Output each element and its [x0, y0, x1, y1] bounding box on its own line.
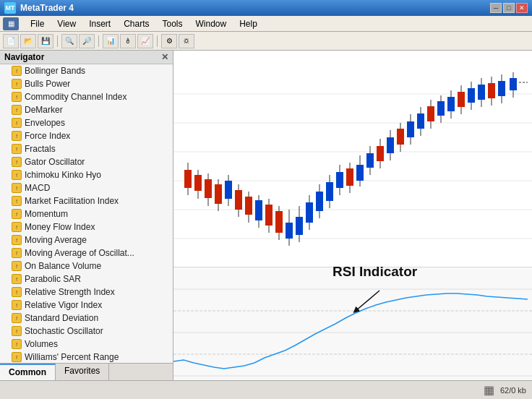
indicator-label: Force Index [25, 131, 70, 141]
indicator-icon: f [12, 66, 22, 76]
svg-rect-68 [488, 83, 495, 98]
nav-item[interactable]: f Bulls Power [0, 77, 173, 90]
svg-rect-58 [437, 101, 445, 116]
nav-item[interactable]: f Williams' Percent Range [0, 351, 173, 363]
toolbar-line[interactable]: 📈 [137, 34, 153, 48]
svg-rect-64 [468, 88, 475, 103]
nav-item[interactable]: f Force Index [0, 129, 173, 142]
navigator-header: Navigator ✕ [0, 51, 173, 64]
indicator-label: Momentum [25, 209, 68, 219]
indicator-icon: f [12, 196, 22, 206]
svg-rect-16 [225, 181, 232, 199]
indicator-icon: f [12, 144, 22, 154]
chart-area[interactable]: RSI Indicator [173, 51, 532, 380]
nav-item[interactable]: f DeMarker [0, 103, 173, 116]
nav-item[interactable]: f Volumes [0, 338, 173, 351]
svg-rect-72 [510, 78, 517, 90]
toolbar-zoom-in[interactable]: 🔍 [61, 34, 77, 48]
svg-rect-8 [184, 170, 192, 188]
menu-window[interactable]: Window [190, 17, 233, 30]
toolbar-bar-chart[interactable]: 📊 [103, 34, 119, 48]
nav-item[interactable]: f On Balance Volume [0, 259, 173, 273]
indicator-label: On Balance Volume [25, 261, 101, 271]
svg-rect-62 [458, 92, 465, 107]
svg-rect-60 [447, 97, 455, 111]
indicator-icon: f [12, 352, 22, 362]
menu-tools[interactable]: Tools [157, 17, 189, 30]
toolbar-candle[interactable]: 🕯 [120, 34, 136, 48]
indicator-label: Standard Deviation [25, 313, 98, 323]
nav-item[interactable]: f Relative Vigor Index [0, 299, 173, 312]
svg-rect-18 [235, 190, 242, 210]
indicator-icon: f [12, 118, 22, 128]
svg-rect-46 [377, 146, 384, 161]
menu-help[interactable]: Help [233, 17, 263, 30]
svg-rect-42 [356, 165, 364, 181]
toolbar-indicators[interactable]: ⚙ [161, 34, 177, 48]
nav-item[interactable]: f Momentum [0, 207, 173, 220]
navigator-close-button[interactable]: ✕ [161, 52, 168, 62]
nav-item[interactable]: f MACD [0, 181, 173, 194]
nav-item[interactable]: f Parabolic SAR [0, 273, 173, 286]
svg-rect-12 [205, 179, 212, 198]
svg-rect-40 [346, 168, 353, 186]
nav-item[interactable]: f Bollinger Bands [0, 64, 173, 77]
menu-charts[interactable]: Charts [118, 17, 155, 30]
indicator-icon: f [12, 209, 22, 219]
nav-item[interactable]: f Standard Deviation [0, 312, 173, 325]
app-icon: MT [4, 2, 16, 14]
menu-file[interactable]: File [25, 17, 50, 30]
svg-rect-26 [275, 211, 283, 233]
indicator-icon: f [12, 248, 22, 258]
indicator-label: Bulls Power [25, 79, 70, 89]
toolbar-open[interactable]: 📂 [20, 34, 36, 48]
svg-rect-75 [173, 267, 532, 380]
close-button[interactable]: ✕ [516, 3, 528, 13]
nav-item[interactable]: f Commodity Channel Index [0, 90, 173, 103]
svg-rect-44 [366, 153, 374, 168]
indicator-label: Relative Vigor Index [25, 300, 102, 310]
menu-bar: ▦ File View Insert Charts Tools Window H… [0, 16, 532, 32]
indicator-icon: f [12, 326, 22, 336]
indicator-icon: f [12, 339, 22, 349]
nav-item[interactable]: f Relative Strength Index [0, 286, 173, 299]
minimize-button[interactable]: ─ [490, 3, 502, 13]
indicator-icon: f [12, 261, 22, 271]
nav-item[interactable]: f Market Facilitation Index [0, 194, 173, 207]
nav-item[interactable]: f Moving Average of Oscillat... [0, 246, 173, 259]
nav-item[interactable]: f Envelopes [0, 116, 173, 129]
nav-item[interactable]: f Fractals [0, 142, 173, 155]
nav-item[interactable]: f Stochastic Oscillator [0, 325, 173, 338]
svg-rect-34 [316, 192, 323, 211]
toolbar-save[interactable]: 💾 [38, 34, 53, 48]
toolbar-new[interactable]: 📄 [3, 34, 19, 48]
indicator-label: MACD [25, 183, 50, 193]
status-chart-icon: ▦ [484, 383, 494, 397]
nav-item[interactable]: f Gator Oscillator [0, 155, 173, 168]
toolbar-settings[interactable]: ⛭ [179, 34, 194, 48]
menu-insert[interactable]: Insert [83, 17, 116, 30]
nav-item[interactable]: f Money Flow Index [0, 220, 173, 233]
indicator-icon: f [12, 300, 22, 310]
svg-rect-56 [427, 106, 434, 121]
indicator-icon: f [12, 313, 22, 323]
main-area: Navigator ✕ f Bollinger Bands f Bulls Po… [0, 51, 532, 380]
nav-item[interactable]: f Moving Average [0, 233, 173, 246]
toolbar-sep1 [57, 35, 58, 47]
window-controls: ─ □ ✕ [490, 3, 528, 13]
toolbar-zoom-out[interactable]: 🔎 [79, 34, 95, 48]
toolbar: 📄 📂 💾 🔍 🔎 📊 🕯 📈 ⚙ ⛭ [0, 32, 532, 51]
svg-rect-22 [255, 200, 262, 220]
tab-favorites[interactable]: Favorites [56, 364, 109, 380]
menu-view[interactable]: View [51, 17, 82, 30]
svg-rect-28 [286, 223, 293, 239]
svg-rect-20 [245, 197, 252, 215]
navigator-list[interactable]: f Bollinger Bands f Bulls Power f Commod… [0, 64, 173, 363]
svg-rect-38 [336, 172, 343, 188]
navigator-panel: Navigator ✕ f Bollinger Bands f Bulls Po… [0, 51, 173, 380]
tab-common[interactable]: Common [0, 364, 56, 380]
restore-button[interactable]: □ [503, 3, 515, 13]
indicator-icon: f [12, 92, 22, 102]
nav-item[interactable]: f Ichimoku Kinko Hyo [0, 168, 173, 181]
indicator-label: Market Facilitation Index [25, 196, 119, 206]
